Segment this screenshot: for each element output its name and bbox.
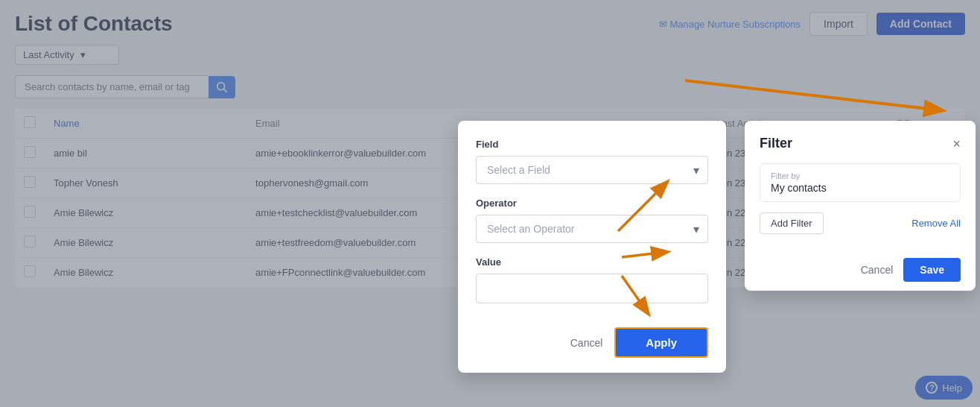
filter-panel-footer: Cancel Save: [861, 258, 961, 282]
filter-panel-header: Filter ×: [760, 136, 961, 151]
operator-label: Operator: [476, 198, 708, 209]
field-modal: Field Select a Field ▾ Operator Select a…: [458, 121, 726, 373]
filter-chip: Filter by My contacts: [760, 163, 961, 202]
operator-select-wrapper: Select an Operator ▾: [476, 215, 708, 243]
filter-save-button[interactable]: Save: [903, 258, 961, 282]
remove-all-button[interactable]: Remove All: [911, 218, 961, 229]
apply-button[interactable]: Apply: [614, 327, 708, 358]
filter-cancel-button[interactable]: Cancel: [861, 264, 894, 276]
filter-panel-title: Filter: [760, 136, 792, 151]
field-select[interactable]: Select a Field: [476, 156, 708, 184]
value-input[interactable]: [476, 274, 708, 303]
field-label: Field: [476, 139, 708, 150]
value-label: Value: [476, 256, 708, 268]
add-filter-button[interactable]: Add Filter: [760, 212, 824, 234]
modal-cancel-button[interactable]: Cancel: [570, 337, 603, 349]
close-button[interactable]: ×: [952, 137, 961, 151]
filter-by-value: My contacts: [771, 182, 949, 194]
operator-select[interactable]: Select an Operator: [476, 215, 708, 243]
modal-footer: Cancel Apply: [476, 318, 708, 358]
field-select-wrapper: Select a Field ▾: [476, 156, 708, 184]
filter-by-label: Filter by: [771, 171, 949, 180]
filter-panel-actions: Add Filter Remove All: [760, 212, 961, 234]
filter-panel: Filter × Filter by My contacts Add Filte…: [745, 121, 976, 291]
